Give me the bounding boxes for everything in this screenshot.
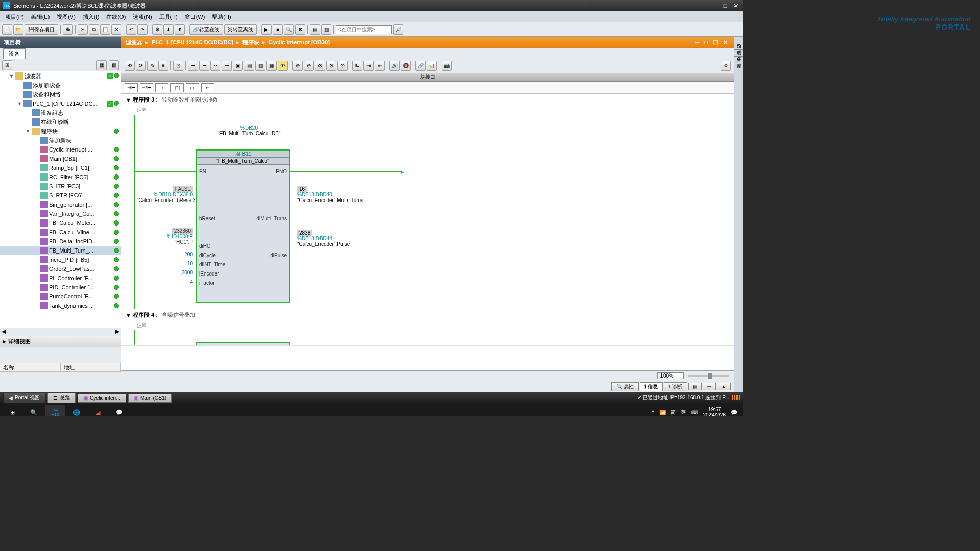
- project-tree[interactable]: ▼滤波器✓添加新设备设备和网络▼PLC_1 [CPU 1214C DC...✓设…: [0, 71, 121, 328]
- flyout-3[interactable]: 任务: [734, 50, 743, 57]
- tree-item[interactable]: 设备组态: [0, 108, 121, 117]
- fb-block[interactable]: %FB10 "FB_Multi_Turn_Calcu" EN ENO bRese…: [196, 149, 290, 303]
- clock[interactable]: 19:57 2024/2/26: [703, 407, 726, 416]
- scroll-left-icon[interactable]: ◀: [0, 328, 7, 336]
- ladder-canvas[interactable]: ▼ 程序段 3 : 转动圈数和单圈脉冲数 注释 ▸ %DB20 "FB_Mult…: [121, 94, 734, 370]
- tree-item[interactable]: Main [OB1]: [0, 154, 121, 163]
- tree-item[interactable]: Cyclic interrupt ...: [0, 145, 121, 154]
- lad-branch2-icon[interactable]: ↤: [201, 83, 214, 92]
- copy-icon[interactable]: ⧉: [89, 24, 99, 35]
- tree-item[interactable]: 在线和诊断: [0, 117, 121, 127]
- editor-tab-2[interactable]: ▣ Main (OB1): [128, 394, 172, 403]
- editor-max-icon[interactable]: □: [702, 39, 710, 46]
- interface-bar[interactable]: 块接口: [121, 73, 734, 82]
- editor-close-icon[interactable]: ✕: [721, 39, 730, 46]
- et-23-icon[interactable]: 🔇: [401, 61, 411, 71]
- info-min-icon[interactable]: ─: [703, 383, 716, 390]
- et-15-icon[interactable]: ⊖: [304, 61, 314, 71]
- tree-item[interactable]: Incre_PID [FB5]: [0, 255, 121, 264]
- cross-ref-icon[interactable]: ✖: [295, 24, 305, 35]
- tree-item[interactable]: ▼PLC_1 [CPU 1214C DC...✓: [0, 99, 121, 108]
- tree-item[interactable]: S_ITR [FC3]: [0, 182, 121, 191]
- ime-lang[interactable]: 英: [681, 409, 686, 416]
- net3-collapse-icon[interactable]: ▼: [126, 97, 133, 103]
- tree-item[interactable]: Tank_dynamics ...: [0, 301, 121, 310]
- menu-insert[interactable]: 插入(I): [80, 12, 102, 22]
- overview-tab[interactable]: ☰ 总览: [47, 393, 76, 403]
- et-3-icon[interactable]: ✎: [147, 61, 157, 71]
- tree-item[interactable]: FB_Calcu_Vline ...: [0, 228, 121, 237]
- tree-item[interactable]: Order2_LowPas...: [0, 264, 121, 273]
- close-button[interactable]: ✕: [731, 3, 740, 9]
- tia-taskbar-icon[interactable]: TIAV16: [45, 405, 65, 416]
- maximize-button[interactable]: □: [721, 3, 730, 9]
- start-cpu-icon[interactable]: ▶: [261, 24, 272, 35]
- wechat-taskbar-icon[interactable]: 💬: [109, 405, 130, 416]
- tree-view2-icon[interactable]: ▧: [109, 60, 119, 70]
- et-26-icon[interactable]: 📷: [442, 61, 452, 71]
- et-20-icon[interactable]: ⇥: [363, 61, 374, 71]
- zoom-slider[interactable]: [688, 375, 729, 377]
- et-22-icon[interactable]: 🔊: [389, 61, 400, 71]
- project-search-input[interactable]: [336, 25, 392, 34]
- tree-item[interactable]: PID_Controller [...: [0, 283, 121, 292]
- menu-help[interactable]: 帮助(H): [209, 12, 234, 22]
- split-h-icon[interactable]: ▤: [310, 24, 320, 35]
- et-14-icon[interactable]: ⊕: [292, 61, 303, 71]
- go-online-button[interactable]: 🔗 转至在线: [189, 24, 223, 35]
- tree-item[interactable]: FB_Multi_Turn_...: [0, 246, 121, 255]
- et-21-icon[interactable]: ⇤: [375, 61, 385, 71]
- diagnostics-tab[interactable]: ⚕诊断: [664, 382, 687, 391]
- tree-item[interactable]: 添加新设备: [0, 81, 121, 90]
- portal-view-tab[interactable]: ◀ Portal 视图: [3, 393, 45, 403]
- tree-tool-icon[interactable]: ⊞: [2, 60, 12, 70]
- tree-item[interactable]: FB_Delta_IncPID...: [0, 237, 121, 246]
- search-taskbar-icon[interactable]: 🔍: [23, 405, 44, 416]
- stop-cpu-icon[interactable]: ■: [273, 24, 283, 35]
- detail-col-name[interactable]: 名称: [0, 363, 61, 371]
- tree-item[interactable]: PI_Controller [F...: [0, 273, 121, 283]
- redo-icon[interactable]: ↷: [137, 24, 148, 35]
- search-replace-icon[interactable]: 🔍: [284, 24, 294, 35]
- et-16-icon[interactable]: ⊗: [315, 61, 325, 71]
- tree-item[interactable]: PumpControl [F...: [0, 292, 121, 301]
- et-24-icon[interactable]: 🔗: [415, 61, 426, 71]
- cut-icon[interactable]: ✂: [78, 24, 88, 35]
- et-2-icon[interactable]: ⟳: [136, 61, 146, 71]
- upload-icon[interactable]: ⬆: [175, 24, 185, 35]
- editor-min-icon[interactable]: ─: [694, 39, 702, 46]
- menu-online[interactable]: 在线(O): [103, 12, 129, 22]
- tree-view1-icon[interactable]: ▦: [96, 60, 107, 70]
- lad-ncontact-icon[interactable]: ⊣/⊢: [140, 83, 153, 92]
- tree-item[interactable]: Ramp_Sp [FC1]: [0, 163, 121, 172]
- info-layout-icon[interactable]: ▤: [688, 383, 702, 390]
- download-icon[interactable]: ⬇: [163, 24, 174, 35]
- et-9-icon[interactable]: ☳: [222, 61, 232, 71]
- editor-tab-1[interactable]: ▣ Cyclic interr...: [78, 394, 126, 403]
- tree-item[interactable]: RC_Filter [FC5]: [0, 172, 121, 182]
- undo-icon[interactable]: ↶: [126, 24, 136, 35]
- paste-icon[interactable]: 📋: [100, 24, 110, 35]
- split-v-icon[interactable]: ▥: [321, 24, 331, 35]
- open-project-icon[interactable]: 📂: [13, 24, 23, 35]
- et-10-icon[interactable]: ▣: [233, 61, 243, 71]
- search-go-icon[interactable]: 🔎: [393, 24, 403, 35]
- menu-window[interactable]: 窗口(W): [182, 12, 208, 22]
- tree-item[interactable]: ▼滤波器✓: [0, 71, 121, 81]
- lad-box-icon[interactable]: [?]: [170, 83, 184, 92]
- et-8-icon[interactable]: ☲: [210, 61, 220, 71]
- lad-coil-icon[interactable]: ─○─: [155, 83, 168, 92]
- menu-edit[interactable]: 编辑(E): [28, 12, 53, 22]
- et-13-icon[interactable]: ▦: [266, 61, 277, 71]
- delete-icon[interactable]: ✕: [111, 24, 121, 35]
- tree-item[interactable]: ▼程序块: [0, 127, 121, 136]
- print-icon[interactable]: 🖶: [63, 24, 73, 35]
- minimize-button[interactable]: ─: [710, 3, 720, 9]
- et-7-icon[interactable]: ☱: [199, 61, 209, 71]
- tree-item[interactable]: 设备和网络: [0, 90, 121, 99]
- et-19-icon[interactable]: ↹: [352, 61, 362, 71]
- lad-contact-icon[interactable]: ⊣⊢: [125, 83, 138, 92]
- wifi-icon[interactable]: 📶: [659, 410, 666, 415]
- app2-taskbar-icon[interactable]: ◪: [88, 405, 108, 416]
- new-project-icon[interactable]: 📄: [2, 24, 12, 35]
